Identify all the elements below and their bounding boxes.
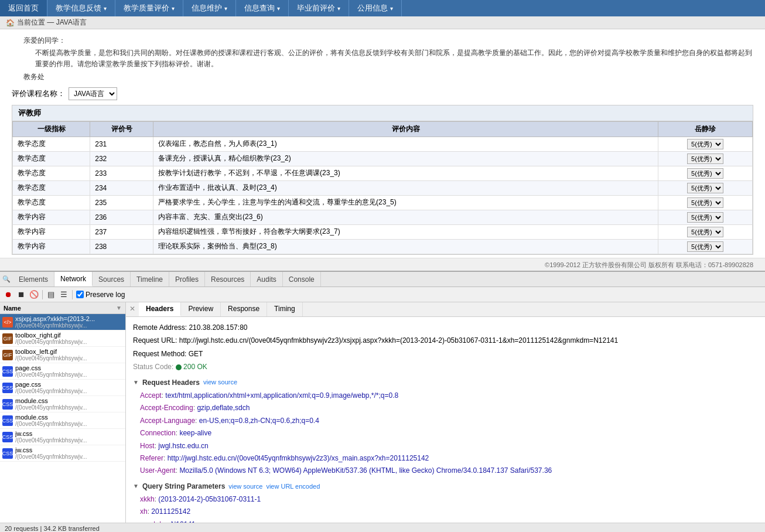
col-header-content: 评价内容 bbox=[153, 121, 658, 137]
tab-console[interactable]: Console bbox=[283, 272, 321, 287]
course-select[interactable]: JAVA语言 bbox=[69, 87, 117, 100]
list-item[interactable]: CSS page.css /(0ove0t45yqnfmkbhsywjv... bbox=[0, 363, 125, 380]
clear-button[interactable]: 🚫 bbox=[29, 290, 39, 299]
rating-select[interactable]: 5(优秀) bbox=[687, 227, 723, 237]
rating-select[interactable]: 5(优秀) bbox=[687, 241, 723, 252]
file-name: page.css bbox=[15, 381, 87, 388]
detail-tab-preview[interactable]: Preview bbox=[181, 302, 221, 316]
tab-timeline[interactable]: Timeline bbox=[131, 272, 169, 287]
status-code-row: Status Code: 200 OK bbox=[133, 361, 758, 373]
nav-teaching-feedback[interactable]: 教学信息反馈 ▾ bbox=[47, 0, 115, 16]
view-button[interactable]: ☰ bbox=[59, 290, 69, 299]
toolbar-separator2 bbox=[72, 290, 73, 299]
category-cell: 教学态度 bbox=[13, 151, 90, 166]
rating-select[interactable]: 5(优秀) bbox=[687, 168, 723, 179]
rating-select[interactable]: 5(优秀) bbox=[687, 139, 723, 149]
tab-resources[interactable]: Resources bbox=[205, 272, 251, 287]
num-cell: 233 bbox=[90, 166, 153, 180]
file-path: /(0ove0t45yqnfmkbhsywjv... bbox=[15, 421, 87, 427]
preserve-log-label[interactable]: Preserve log bbox=[76, 291, 125, 299]
chevron-down-icon: ▾ bbox=[390, 5, 393, 12]
table-row: 教学态度 233 按教学计划进行教学，不迟到，不早退，不任意调课(23_3) 5… bbox=[13, 166, 753, 180]
list-item[interactable]: CSS module.css /(0ove0t45yqnfmkbhsywjv..… bbox=[0, 396, 125, 412]
file-path: /(0ove0t45yqnfmkbhsywjv... bbox=[15, 453, 87, 460]
file-path: /(0ove0t45yqnfmkbhsywjv... bbox=[15, 371, 87, 378]
record-button[interactable]: ⏺ bbox=[4, 290, 13, 299]
status-bar: 20 requests | 34.2 KB transferred bbox=[0, 523, 765, 532]
request-headers-section: ▼ Request Headers view source bbox=[133, 377, 758, 388]
detail-close-icon[interactable]: ✕ bbox=[126, 302, 139, 316]
nav-quality-eval[interactable]: 教学质量评价 ▾ bbox=[115, 0, 183, 16]
rating-cell: 5(优秀) bbox=[658, 195, 753, 210]
stop-button[interactable]: ⏹ bbox=[16, 290, 26, 299]
query-param-item: xkkh: (2013-2014-2)-05b31067-0311-1 bbox=[140, 493, 758, 505]
list-item[interactable]: GIF toolbox_right.gif /(0ove0t45yqnfmkbh… bbox=[0, 330, 125, 347]
tab-sources[interactable]: Sources bbox=[93, 272, 131, 287]
tab-elements[interactable]: Elements bbox=[13, 272, 54, 287]
content-cell: 备课充分，授课认真，精心组织教学(23_2) bbox=[153, 151, 658, 166]
category-cell: 教学态度 bbox=[13, 137, 90, 151]
breadcrumb: 🏠 当前位置 — JAVA语言 bbox=[0, 16, 765, 29]
eval-section-title: 评教师 bbox=[12, 105, 753, 121]
file-item-info: page.css /(0ove0t45yqnfmkbhsywjv... bbox=[15, 364, 87, 378]
css-icon: CSS bbox=[2, 415, 13, 426]
file-path: /(0ove0t45yqnfmkbhsywjv... bbox=[15, 388, 87, 394]
filter-button[interactable]: ▤ bbox=[46, 290, 56, 299]
rating-cell: 5(优秀) bbox=[658, 224, 753, 239]
nav-graduation-eval[interactable]: 毕业前评价 ▾ bbox=[289, 0, 349, 16]
file-list-collapse-icon[interactable]: ▼ bbox=[116, 305, 122, 311]
detail-tab-headers[interactable]: Headers bbox=[139, 302, 181, 316]
list-item[interactable]: CSS jw.css /(0ove0t45yqnfmkbhsywjv... bbox=[0, 445, 125, 462]
view-source-link2[interactable]: view source bbox=[228, 481, 262, 492]
toolbar-separator bbox=[42, 290, 43, 299]
list-item[interactable]: CSS module.css /(0ove0t45yqnfmkbhsywjv..… bbox=[0, 412, 125, 429]
query-params-section: ▼ Query String Parameters view source vi… bbox=[133, 480, 758, 492]
tab-profiles[interactable]: Profiles bbox=[169, 272, 205, 287]
css-icon: CSS bbox=[2, 383, 13, 393]
list-item[interactable]: CSS page.css /(0ove0t45yqnfmkbhsywjv... bbox=[0, 380, 125, 396]
request-url-row: Request URL: http://jwgl.hstc.edu.cn/(0o… bbox=[133, 335, 758, 346]
file-item-info: jw.css /(0ove0t45yqnfmkbhsywjv... bbox=[15, 430, 87, 444]
nav-home[interactable]: 返回首页 bbox=[0, 0, 47, 16]
file-item-info: xsjxpj.aspx?xkkh=(2013-2... /(0ove0t45yq… bbox=[15, 315, 95, 329]
view-source-link[interactable]: view source bbox=[203, 377, 237, 388]
rating-select[interactable]: 5(优秀) bbox=[687, 212, 723, 223]
main-content: 亲爱的同学： 不断提高教学质量，是您和我们共同的期盼。对任课教师的授课和课程进行… bbox=[0, 29, 765, 258]
tab-network[interactable]: Network bbox=[54, 272, 93, 287]
file-item-info: toolbox_right.gif /(0ove0t45yqnfmkbhsywj… bbox=[15, 332, 87, 345]
chevron-down-icon[interactable]: ▼ bbox=[133, 481, 139, 491]
file-item-info: page.css /(0ove0t45yqnfmkbhsywjv... bbox=[15, 381, 87, 394]
file-path: /(0ove0t45yqnfmkbhsywjv... bbox=[15, 339, 87, 345]
query-params-items: xkkh: (2013-2014-2)-05b31067-0311-1xh: 2… bbox=[133, 493, 758, 523]
file-item-info: toolbox_left.gif /(0ove0t45yqnfmkbhsywjv… bbox=[15, 348, 87, 362]
detail-tab-response[interactable]: Response bbox=[221, 302, 267, 316]
list-item[interactable]: CSS jw.css /(0ove0t45yqnfmkbhsywjv... bbox=[0, 429, 125, 445]
file-item-info: jw.css /(0ove0t45yqnfmkbhsywjv... bbox=[15, 446, 87, 460]
col-header-teacher: 岳静珍 bbox=[658, 121, 753, 137]
query-param-item: gnmkdm: N12141 bbox=[140, 519, 758, 523]
rating-select[interactable]: 5(优秀) bbox=[687, 183, 723, 193]
rating-select[interactable]: 5(优秀) bbox=[687, 154, 723, 164]
list-item[interactable]: </> xsjxpj.aspx?xkkh=(2013-2... /(0ove0t… bbox=[0, 314, 125, 330]
rating-select[interactable]: 5(优秀) bbox=[687, 197, 723, 208]
nav-info-maintain[interactable]: 信息维护 ▾ bbox=[183, 0, 236, 16]
chevron-down-icon[interactable]: ▼ bbox=[133, 377, 139, 387]
greeting-text: 亲爱的同学： 不断提高教学质量，是您和我们共同的期盼。对任课教师的授课和课程进行… bbox=[12, 35, 753, 83]
list-item[interactable]: GIF toolbox_left.gif /(0ove0t45yqnfmkbhs… bbox=[0, 347, 125, 363]
file-path: /(0ove0t45yqnfmkbhsywjv... bbox=[15, 355, 87, 362]
css-icon: CSS bbox=[2, 399, 13, 410]
rating-cell: 5(优秀) bbox=[658, 180, 753, 195]
file-list: Name ▼ </> xsjxpj.aspx?xkkh=(2013-2... /… bbox=[0, 302, 126, 523]
devtools-panel: 🔍 Elements Network Sources Timeline Prof… bbox=[0, 271, 765, 532]
nav-info-query[interactable]: 信息查询 ▾ bbox=[236, 0, 289, 16]
content-cell: 仪表端庄，教态自然，为人师表(23_1) bbox=[153, 137, 658, 151]
header-item: Accept-Language: en-US,en;q=0.8,zh-CN;q=… bbox=[140, 415, 758, 427]
table-row: 教学态度 235 严格要求学生，关心学生，注意与学生的沟通和交流，尊重学生的意见… bbox=[13, 195, 753, 210]
preserve-log-checkbox[interactable] bbox=[76, 291, 84, 298]
chevron-down-icon: ▾ bbox=[337, 5, 340, 12]
detail-tab-timing[interactable]: Timing bbox=[267, 302, 303, 316]
nav-public-info[interactable]: 公用信息 ▾ bbox=[349, 0, 402, 16]
content-cell: 按教学计划进行教学，不迟到，不早退，不任意调课(23_3) bbox=[153, 166, 658, 180]
view-url-encoded-link[interactable]: view URL encoded bbox=[266, 481, 320, 492]
tab-audits[interactable]: Audits bbox=[251, 272, 282, 287]
